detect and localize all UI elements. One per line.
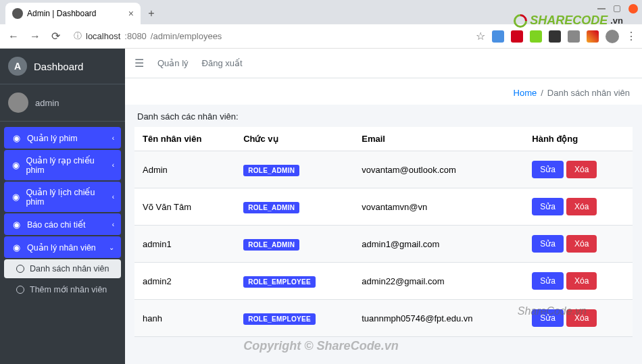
topbar-link-quanly[interactable]: Quản lý <box>157 58 189 68</box>
maximize-icon[interactable] <box>614 5 620 12</box>
edit-button[interactable]: Sửa <box>532 235 564 253</box>
extension-icon[interactable] <box>568 30 580 43</box>
watermark-mid: ShareCode.vn <box>518 305 587 317</box>
role-badge: ROLE_ADMIN <box>243 165 299 176</box>
cell-email: vovantam@outlook.com <box>353 151 524 188</box>
breadcrumb-home[interactable]: Home <box>514 88 537 98</box>
delete-button[interactable]: Xóa <box>566 235 597 253</box>
toolbar-extensions: ☆ ⋮ <box>476 30 637 43</box>
cell-role: ROLE_ADMIN <box>235 151 353 188</box>
edit-button[interactable]: Sửa <box>532 161 564 178</box>
role-badge: ROLE_ADMIN <box>243 202 299 213</box>
back-icon[interactable]: ← <box>5 28 22 45</box>
table-row: admin1ROLE_ADMINadmin1@gmail.comSửaXóa <box>134 226 633 263</box>
nav-item-baocao[interactable]: ◉ Báo cáo chi tiết ‹ <box>4 213 121 235</box>
delete-button[interactable]: Xóa <box>566 198 597 215</box>
sub-label: Thêm mới nhân viên <box>30 284 107 294</box>
nav-item-lich[interactable]: ◉ Quản lý lịch chiếu phim ‹ <box>4 182 121 212</box>
delete-button[interactable]: Xóa <box>566 161 597 178</box>
cell-name: admin2 <box>134 263 235 300</box>
cell-role: ROLE_EMPLOYEE <box>235 300 353 337</box>
nav-menu: ◉ Quản lý phim ‹ ◉ Quản lý rạp chiếu phi… <box>0 122 125 305</box>
menu-icon[interactable]: ⋮ <box>626 30 637 43</box>
user-name: admin <box>35 98 59 108</box>
extension-icon[interactable] <box>492 30 504 43</box>
extension-icon[interactable] <box>530 30 542 43</box>
watermark-bottom: Copyright © ShareCode.vn <box>243 339 398 353</box>
sub-item-danhsach[interactable]: Danh sách nhân viên <box>4 259 121 278</box>
breadcrumb: Home / Danh sách nhân viên <box>125 78 642 105</box>
close-window-icon[interactable] <box>628 4 638 14</box>
sidebar: A Dashboard admin ◉ Quản lý phim ‹ ◉ Quả… <box>0 49 125 364</box>
brand-text: Dashboard <box>34 61 83 72</box>
edit-button[interactable]: Sửa <box>532 198 564 215</box>
list-title: Danh sách các nhân viên: <box>137 111 630 122</box>
dashboard-icon: ◉ <box>11 192 20 203</box>
minimize-icon[interactable] <box>597 8 606 9</box>
nav-item-nhanvien[interactable]: ◉ Quản lý nhân viên ⌄ <box>4 236 121 258</box>
extension-icon[interactable] <box>587 30 599 43</box>
extension-icon[interactable] <box>511 30 523 43</box>
nav-item-rap[interactable]: ◉ Quản lý rạp chiếu phim ‹ <box>4 150 121 180</box>
cell-actions: SửaXóa <box>524 188 633 226</box>
forward-icon[interactable]: → <box>27 28 43 45</box>
user-panel[interactable]: admin <box>0 84 125 122</box>
chevron-left-icon: ‹ <box>112 161 114 169</box>
tab-title: Admin | Dashboard <box>27 9 124 18</box>
nav-label: Quản lý phim <box>27 133 78 143</box>
col-name: Tên nhân viên <box>134 127 235 151</box>
cell-actions: SửaXóa <box>524 151 633 188</box>
url-host: localhost <box>86 31 120 41</box>
cell-name: admin1 <box>134 226 235 263</box>
browser-tab[interactable]: Admin | Dashboard × <box>5 3 141 24</box>
chevron-left-icon: ‹ <box>112 134 114 142</box>
table-row: Võ Văn TâmROLE_ADMINvovantamvn@vnSửaXóa <box>134 188 633 226</box>
col-actions: Hành động <box>524 127 633 151</box>
hamburger-icon[interactable]: ☰ <box>134 57 144 70</box>
url-path: /admin/employees <box>151 31 222 41</box>
topbar: ☰ Quản lý Đăng xuất <box>125 49 642 78</box>
brand[interactable]: A Dashboard <box>0 49 125 84</box>
circle-icon <box>16 265 24 273</box>
cell-role: ROLE_EMPLOYEE <box>235 263 353 300</box>
url-bar[interactable]: ⓘ localhost:8080/admin/employees <box>68 28 470 45</box>
sub-item-themmoi[interactable]: Thêm mới nhân viên <box>4 280 121 299</box>
cell-name: Võ Văn Tâm <box>134 188 235 226</box>
dashboard-icon: ◉ <box>11 160 20 171</box>
cell-role: ROLE_ADMIN <box>235 188 353 226</box>
profile-icon[interactable] <box>606 30 619 43</box>
edit-button[interactable]: Sửa <box>532 272 564 290</box>
role-badge: ROLE_EMPLOYEE <box>243 276 316 288</box>
bookmark-icon[interactable]: ☆ <box>476 30 485 43</box>
tab-close-icon[interactable]: × <box>128 9 134 18</box>
dashboard-icon: ◉ <box>11 219 22 230</box>
cell-email: vovantamvn@vn <box>353 188 524 226</box>
cell-actions: SửaXóa <box>524 263 633 300</box>
cell-email: admin1@gmail.com <box>353 226 524 263</box>
tab-favicon <box>12 8 23 19</box>
breadcrumb-current: Danh sách nhân viên <box>547 88 630 98</box>
role-badge: ROLE_ADMIN <box>243 239 299 251</box>
breadcrumb-separator: / <box>541 88 543 98</box>
dashboard-icon: ◉ <box>11 132 22 143</box>
cell-actions: SửaXóa <box>524 226 633 263</box>
site-info-icon[interactable]: ⓘ <box>74 30 82 42</box>
chevron-down-icon: ⌄ <box>109 244 114 251</box>
new-tab-button[interactable]: + <box>143 5 159 22</box>
watermark-logo: SHARECODE.vn <box>514 14 623 28</box>
extension-icon[interactable] <box>549 30 561 43</box>
nav-label: Quản lý rạp chiếu phim <box>26 155 106 175</box>
topbar-link-dangxuat[interactable]: Đăng xuất <box>202 58 243 68</box>
brand-logo-icon: A <box>8 57 27 76</box>
reload-icon[interactable]: ⟳ <box>49 27 63 45</box>
nav-label: Báo cáo chi tiết <box>27 219 86 230</box>
sub-label: Danh sách nhân viên <box>30 264 109 274</box>
col-email: Email <box>353 127 524 151</box>
nav-label: Quản lý lịch chiếu phim <box>26 187 106 207</box>
table-row: AdminROLE_ADMINvovantam@outlook.comSửaXó… <box>134 151 633 188</box>
nav-item-phim[interactable]: ◉ Quản lý phim ‹ <box>4 127 121 149</box>
table-row: admin2ROLE_EMPLOYEEadmin22@gmail.comSửaX… <box>134 263 633 300</box>
cell-email: admin22@gmail.com <box>353 263 524 300</box>
nav-label: Quản lý nhân viên <box>27 242 96 253</box>
delete-button[interactable]: Xóa <box>566 272 597 290</box>
